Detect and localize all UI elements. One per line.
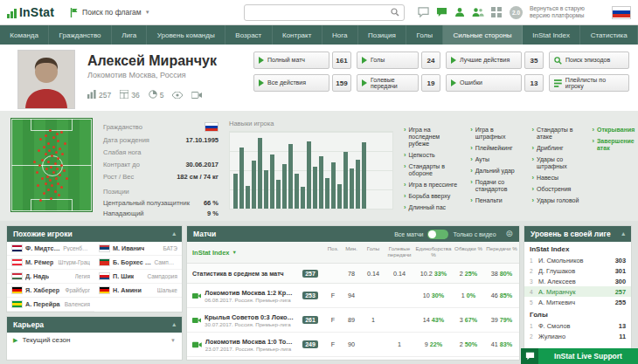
video-button-count: 161 (332, 52, 351, 69)
similar-player[interactable]: Н. АминиШальке (94, 284, 182, 298)
player-video-buttons: Полный матч161Голы24Лучшие действия35Пои… (253, 52, 629, 92)
playlist-icon (554, 79, 562, 87)
league-player-row[interactable]: 4А. Миранчук257 (524, 286, 631, 297)
league-player-row[interactable]: 1Ф. Смолов13 (524, 320, 631, 331)
live-support-button[interactable]: InStat Live Support (521, 348, 638, 364)
video-button[interactable]: Лучшие действия35 (446, 52, 544, 69)
match-row[interactable]: Локомотив Москва 1:2 Красн...06.08.2017.… (187, 284, 519, 308)
league-player-row[interactable]: 2Жулиано11 (524, 331, 631, 341)
career-current-season[interactable]: ▶ Текущий сезон ▼ (7, 333, 182, 347)
similar-player[interactable]: М. ИваничБАТЭ (94, 242, 182, 256)
nav-item[interactable]: Возраст (225, 25, 273, 45)
old-version-link[interactable]: Вернуться в старую версию платформы (530, 5, 605, 19)
skill-link[interactable]: ›Навесы (532, 175, 584, 182)
skill-link[interactable]: ›Длинный пас (404, 204, 461, 211)
skill-link[interactable]: ›Пенальти (470, 197, 523, 204)
chevron-down-icon: ▼ (170, 338, 176, 343)
league-player-row[interactable]: 5А. Миткевич255 (524, 297, 631, 307)
search-input[interactable] (249, 7, 387, 17)
skill-link[interactable]: ›Удары со штрафных (532, 156, 584, 170)
chat-icon[interactable] (435, 6, 447, 18)
heatmap-dot (52, 146, 55, 148)
nav-item[interactable]: Позиция (358, 25, 406, 45)
stat-value: 36 (131, 91, 139, 100)
match-name: Локомотив Москва 1:0 Тосно (205, 338, 295, 346)
similar-player[interactable]: Д. НадьЛегия (7, 270, 94, 284)
video-button[interactable]: Голевые передачи19 (357, 74, 440, 92)
similar-player[interactable]: Я. ХаберерФрайбург (7, 284, 94, 298)
video-button[interactable]: Полный матч161 (253, 52, 351, 69)
language-flag-ru[interactable] (612, 6, 631, 19)
skill-link[interactable]: ›Игра на последнем рубеже (404, 127, 461, 148)
skill-link[interactable]: ›Игра в штрафных (470, 127, 523, 141)
instat-logo[interactable]: InStat (7, 6, 54, 18)
sort-dropdown[interactable]: InStat Index ▼ (187, 249, 295, 257)
similar-player[interactable]: Ф. МидтсьёРусенборг (7, 242, 94, 256)
skill-link[interactable]: ›Плеймейкинг (470, 145, 523, 152)
search-icon[interactable] (391, 8, 399, 17)
nav-item[interactable]: Уровень команды (147, 25, 225, 45)
league-player-row[interactable]: 1И. Смольников303 (524, 255, 631, 265)
skill-link[interactable]: ›Дальний удар (470, 168, 523, 175)
skill-link[interactable]: ›Цепкость (404, 152, 461, 159)
skill-link[interactable]: ›Обострения (532, 186, 584, 193)
match-row[interactable]: Крылья Советов 0:3 Локомот...30.07.2017.… (187, 308, 519, 333)
skill-link[interactable]: ›Ауты (470, 156, 523, 163)
skills-chart-title: Навыки игрока (229, 120, 393, 127)
skill-link-label: Дальний удар (475, 168, 515, 175)
video-icon[interactable] (191, 92, 202, 99)
collapse-icon[interactable]: ▴ (172, 230, 176, 237)
nav-item[interactable]: Лига (112, 25, 148, 45)
nav-item[interactable]: Сильные стороны (443, 25, 523, 45)
nav-item[interactable]: Контракт (273, 25, 322, 45)
chevron-right-icon: › (470, 145, 473, 152)
skill-link[interactable]: ›Подачи со стандартов (470, 179, 523, 193)
heatmap-dot (45, 153, 47, 155)
video-button[interactable]: Ошибки13 (446, 74, 544, 92)
skill-link[interactable]: ›Стандарты в атаке (532, 127, 584, 141)
skill-link[interactable]: ›Дриблинг (532, 145, 584, 152)
video-button[interactable]: Поиск эпизодов (549, 52, 629, 69)
skill-link-label: Стандарты в атаке (537, 127, 583, 141)
user-icon[interactable] (454, 6, 466, 18)
nav-item[interactable]: InStat Index (523, 25, 580, 45)
nav-item[interactable]: Голы (406, 25, 443, 45)
column-header: Мин. (341, 246, 362, 258)
nav-item[interactable]: Команда (0, 25, 49, 45)
users-icon[interactable] (472, 6, 484, 18)
collapse-icon[interactable]: ▴ (621, 230, 625, 237)
skill-link[interactable]: ›Игра в прессинге (404, 182, 461, 189)
flag-search-menu[interactable]: Поиск по флагам ▼ (70, 8, 150, 17)
eye-icon[interactable] (172, 92, 183, 99)
skill-bar (233, 174, 238, 209)
video-button[interactable]: Все действия159 (253, 74, 351, 92)
skill-link[interactable]: ›Завершение атак (592, 138, 631, 152)
league-player-row[interactable]: 2Д. Глушаков301 (524, 265, 631, 276)
comment-icon[interactable] (417, 6, 429, 18)
video-toggle[interactable] (427, 230, 448, 239)
app: InStat Поиск по флагам ▼ 2.0 Вернуться в… (0, 0, 638, 364)
match-row[interactable]: Локомотив Москва 1:0 Тосно23.07.2017. Ро… (187, 333, 519, 357)
logo-bars-icon (7, 9, 17, 18)
skill-link[interactable]: ›Борьба вверху (404, 193, 461, 200)
similar-player[interactable]: П. ШикСампдория (94, 270, 182, 284)
settings-icon[interactable]: ⊜ (506, 230, 513, 238)
similar-player[interactable]: Б. Борхес Ферн.Сампдория (94, 256, 182, 270)
skill-link[interactable]: ›Стандарты в обороне (404, 163, 461, 177)
skill-bar (325, 178, 329, 209)
chevron-right-icon: › (532, 145, 535, 152)
skill-link-label: Завершение атак (597, 138, 635, 152)
similar-player[interactable]: А. ПерейраВаленсия (7, 298, 94, 312)
skill-link[interactable]: ›Удары головой (532, 197, 584, 204)
video-button[interactable]: Плейлисты по игроку (549, 74, 629, 92)
apps-grid-icon[interactable] (490, 6, 503, 18)
video-button[interactable]: Голы24 (357, 52, 440, 69)
nav-item[interactable]: Статистика (580, 25, 638, 45)
column-header: Голевые передачи (385, 246, 414, 258)
skill-link[interactable]: ›Открывания (592, 127, 631, 134)
league-player-row[interactable]: 3М. Алексеев300 (524, 276, 631, 286)
collapse-icon[interactable]: ▴ (172, 321, 176, 328)
similar-player[interactable]: М. РёмерШтурм-Грац (7, 256, 94, 270)
nav-item[interactable]: Нога (322, 25, 358, 45)
nav-item[interactable]: Гражданство (49, 25, 112, 45)
